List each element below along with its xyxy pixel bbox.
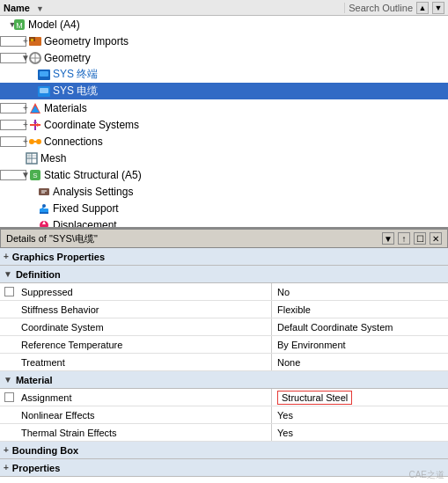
checkbox-assignment[interactable]	[4, 392, 14, 402]
tree-label-model: Model (A4)	[28, 18, 80, 31]
prop-row-coord-sys: Coordinate System Default Coordinate Sys…	[0, 318, 448, 336]
prop-row-treatment: Treatment None	[0, 354, 448, 371]
prop-value-stiffness[interactable]: Flexible	[272, 301, 448, 318]
svg-text:M: M	[16, 21, 23, 30]
tree-item-displacement[interactable]: Displacement	[0, 216, 448, 229]
prop-row-nonlinear: Nonlinear Effects Yes	[0, 406, 448, 424]
check-assignment[interactable]	[0, 392, 18, 402]
prop-row-assignment: Assignment Structural Steel	[0, 389, 448, 406]
tree-item-sys-cable[interactable]: SYS 电缆	[0, 83, 448, 99]
prop-value-treatment[interactable]: None	[272, 354, 448, 370]
expander-coord[interactable]: +	[0, 120, 26, 130]
icon-sys-cable	[37, 84, 51, 99]
prop-row-suppressed: Suppressed No	[0, 283, 448, 301]
details-close-btn[interactable]: ✕	[430, 232, 442, 245]
details-header: Details of "SYS\电缆" ▼ ↑ ☐ ✕	[0, 229, 448, 248]
expander-geometry[interactable]: ▼	[0, 53, 26, 63]
expander-mesh-placeholder	[0, 152, 25, 165]
svg-marker-17	[37, 123, 40, 127]
watermark: CAE之道	[408, 469, 444, 481]
prop-value-nonlinear[interactable]: Yes	[272, 406, 448, 423]
details-pin-btn[interactable]: ▼	[382, 232, 394, 245]
section-bounding-box[interactable]: + Bounding Box	[0, 442, 448, 459]
svg-rect-9	[40, 71, 48, 77]
expander-definition-icon: ▼	[4, 269, 12, 279]
prop-name-stiffness: Stiffness Behavior	[18, 301, 272, 318]
checkbox-suppressed[interactable]	[4, 287, 14, 296]
expander-displacement-placeholder	[0, 219, 37, 230]
svg-rect-11	[40, 88, 48, 93]
prop-name-coord-sys: Coordinate System	[18, 318, 272, 335]
expander-support-placeholder	[0, 202, 37, 215]
tree-item-connections[interactable]: + Connections	[0, 133, 448, 150]
tree-item-geometry[interactable]: ▼ Geometry	[0, 49, 448, 66]
prop-name-assignment: Assignment	[18, 389, 272, 406]
tree-label-connections: Connections	[44, 135, 103, 148]
tree-item-materials[interactable]: + Materials	[0, 99, 448, 116]
tree-item-mesh[interactable]: Mesh	[0, 150, 448, 166]
tree-item-coord[interactable]: + Coordinate Systems	[0, 116, 448, 133]
check-suppressed[interactable]	[0, 287, 18, 296]
expander-static[interactable]: ▼	[0, 170, 26, 180]
icon-geo-imports	[28, 34, 42, 48]
details-max-btn[interactable]: ☐	[414, 232, 426, 245]
tree-label-sys-term: SYS 终端	[53, 67, 98, 82]
icon-support	[37, 201, 51, 216]
svg-point-19	[36, 139, 41, 144]
expander-model[interactable]: ▼	[0, 18, 12, 31]
svg-point-34	[42, 204, 46, 208]
prop-value-ref-temp[interactable]: By Environment	[272, 336, 448, 353]
tree-label-coord: Coordinate Systems	[44, 119, 139, 131]
tree-item-geo-imports[interactable]: + Geometry Imports	[0, 33, 448, 49]
expander-connections[interactable]: +	[0, 136, 26, 147]
expander-sys-cable-placeholder	[0, 85, 37, 98]
icon-model: M	[12, 18, 26, 32]
svg-text:S: S	[33, 172, 37, 179]
tree-label-mesh: Mesh	[40, 152, 66, 165]
tree-toolbar: Name ▼ Search Outline ▲ ▼	[0, 0, 448, 16]
tree-item-analysis[interactable]: Analysis Settings	[0, 183, 448, 200]
tree-item-sys-term[interactable]: SYS 终端	[0, 66, 448, 83]
expander-materials[interactable]: +	[0, 103, 26, 113]
icon-materials	[28, 101, 42, 115]
search-label: Search Outline	[349, 3, 413, 13]
section-definition[interactable]: ▼ Definition	[0, 266, 448, 283]
expander-properties-icon: +	[4, 463, 9, 472]
prop-name-ref-temp: Reference Temperature	[18, 336, 272, 353]
icon-static: S	[28, 168, 42, 182]
svg-rect-28	[39, 188, 49, 195]
sort-icon[interactable]: ▼	[36, 4, 44, 13]
prop-value-thermal[interactable]: Yes	[272, 424, 448, 441]
icon-analysis	[37, 185, 51, 199]
expander-analysis-placeholder	[0, 186, 37, 198]
prop-value-coord-sys[interactable]: Default Coordinate System	[272, 318, 448, 335]
sort-desc-icon[interactable]: ▼	[432, 2, 444, 14]
prop-name-thermal: Thermal Strain Effects	[18, 424, 272, 441]
section-properties[interactable]: + Properties	[0, 459, 448, 477]
section-bounding-label: Bounding Box	[12, 445, 78, 456]
details-float-btn[interactable]: ↑	[398, 232, 410, 245]
expander-bounding-icon: +	[4, 445, 9, 455]
details-panel: + Graphics Properties ▼ Definition Suppr…	[0, 248, 448, 483]
tree-item-support[interactable]: Fixed Support	[0, 200, 448, 216]
details-title: Details of "SYS\电缆"	[6, 232, 378, 245]
section-material[interactable]: ▼ Material	[0, 371, 448, 389]
expander-material-icon: ▼	[4, 375, 12, 384]
prop-value-assignment[interactable]: Structural Steel	[272, 389, 448, 406]
section-definition-label: Definition	[16, 269, 61, 280]
prop-row-stiffness: Stiffness Behavior Flexible	[0, 301, 448, 318]
tree-label-geo-imports: Geometry Imports	[44, 35, 129, 48]
tree-item-static[interactable]: ▼ S Static Structural (A5)	[0, 166, 448, 183]
sort-asc-icon[interactable]: ▲	[416, 2, 429, 14]
svg-marker-16	[33, 120, 37, 123]
tree-label-displacement: Displacement	[53, 219, 117, 230]
expander-geo-imports[interactable]: +	[0, 36, 26, 47]
svg-point-18	[29, 139, 34, 144]
section-graphics[interactable]: + Graphics Properties	[0, 248, 448, 266]
tree-panel: ▼ M Model (A4) + Geometry Imports ▼ Geom…	[0, 16, 448, 229]
tree-item-model[interactable]: ▼ M Model (A4)	[0, 16, 448, 33]
assignment-value: Structural Steel	[277, 391, 352, 405]
icon-connections	[28, 135, 42, 149]
section-graphics-label: Graphics Properties	[12, 252, 105, 262]
expander-graphics-icon: +	[4, 252, 9, 261]
